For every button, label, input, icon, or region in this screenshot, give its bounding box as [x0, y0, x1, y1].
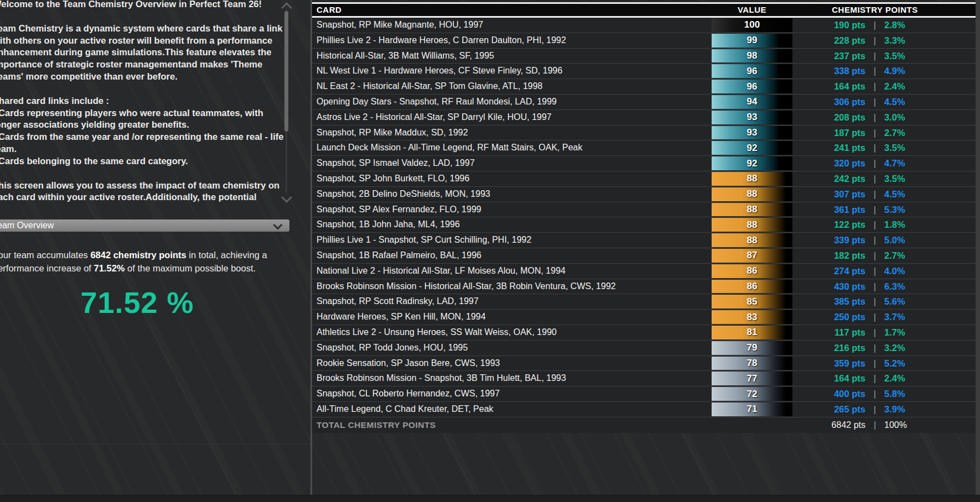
pipe-separator: | — [865, 417, 884, 433]
percent-value: 5.8% — [884, 386, 945, 401]
card-label: Brooks Robinson Mission - Historical All… — [317, 279, 616, 294]
table-row[interactable]: Brooks Robinson Mission - Historical All… — [312, 279, 976, 295]
right-edge-strip[interactable] — [976, 0, 980, 495]
points-value: 307 pts — [805, 187, 865, 202]
table-row[interactable]: National Live 2 - Historical All-Star, L… — [312, 264, 976, 279]
table-row[interactable]: Hardware Heroes, SP Ken Hill, MON, 19948… — [312, 310, 976, 325]
value-number: 87 — [747, 250, 758, 261]
value-number: 79 — [747, 342, 758, 353]
table-row[interactable]: Launch Deck Mission - All-Time Legend, R… — [312, 140, 976, 156]
table-row[interactable]: Brooks Robinson Mission - Snapshot, 3B T… — [312, 371, 976, 386]
points-value: 122 pts — [805, 217, 865, 232]
intro-paragraph: Team Chemistry is a dynamic system where… — [0, 23, 305, 83]
pipe-separator: | — [865, 386, 884, 401]
view-dropdown[interactable]: Team Overview — [0, 219, 289, 232]
value-bar: 86 — [712, 280, 792, 294]
table-row[interactable]: NL East 2 - Historical All-Star, SP Tom … — [312, 79, 976, 95]
left-panel-bottom-divider — [0, 444, 310, 445]
table-row[interactable]: Snapshot, RP Scott Radinsky, LAD, 199785… — [312, 294, 976, 310]
table-row[interactable]: Astros Live 2 - Historical All-Star, SP … — [312, 110, 976, 125]
table-row[interactable]: Rookie Sensation, SP Jason Bere, CWS, 19… — [312, 356, 976, 372]
value-bar: 93 — [712, 111, 792, 124]
total-points: 6842 pts | 100% — [805, 417, 945, 433]
summary-line-2: performance increase of 71.52% of the ma… — [0, 262, 310, 275]
table-row[interactable]: Athletics Live 2 - Unsung Heroes, SS Wal… — [312, 325, 976, 341]
table-row[interactable]: Phillies Live 1 - Snapshot, SP Curt Schi… — [312, 233, 976, 248]
chemistry-points-cell: 190 pts|2.8% — [805, 18, 945, 33]
chemistry-points-cell: 274 pts|4.0% — [805, 264, 945, 279]
value-number: 85 — [747, 296, 758, 307]
value-bar: 94 — [712, 95, 792, 109]
table-row[interactable]: Snapshot, 1B Rafael Palmeiro, BAL, 19968… — [312, 248, 976, 264]
value-bar: 78 — [712, 357, 792, 370]
percent-value: 5.2% — [884, 356, 945, 371]
value-number: 77 — [747, 373, 758, 384]
card-label: Hardware Heroes, SP Ken Hill, MON, 1994 — [317, 310, 486, 325]
chemistry-points-cell: 237 pts|3.5% — [805, 49, 945, 64]
pipe-separator: | — [865, 264, 884, 279]
chemistry-points-cell: 117 pts|1.7% — [805, 325, 945, 340]
value-number: 93 — [747, 127, 758, 138]
pipe-separator: | — [865, 140, 884, 155]
table-row[interactable]: Snapshot, CL Roberto Hernandez, CWS, 199… — [312, 386, 976, 402]
table-row[interactable]: Snapshot, 2B Delino DeShields, MON, 1993… — [312, 187, 976, 202]
percent-value: 2.7% — [884, 125, 945, 140]
intro-line: longer associations yielding greater ben… — [0, 119, 305, 131]
value-bar: 87 — [712, 249, 792, 263]
points-value: 241 pts — [805, 140, 865, 155]
value-number: 96 — [747, 66, 758, 77]
table-row[interactable]: Snapshot, RP Mike Maddux, SD, 199293187 … — [312, 125, 976, 141]
points-value: 338 pts — [805, 64, 865, 79]
table-row[interactable]: Snapshot, RP Mike Magnante, HOU, 1997100… — [312, 18, 976, 33]
points-value: 242 pts — [805, 171, 865, 186]
table-body: Snapshot, RP Mike Magnante, HOU, 1997100… — [312, 18, 976, 417]
points-value: 385 pts — [805, 294, 865, 309]
table-row[interactable]: All-Time Legend, C Chad Kreuter, DET, Pe… — [312, 402, 976, 417]
percent-value: 3.9% — [884, 402, 945, 417]
value-number: 88 — [747, 204, 758, 215]
percent-value: 4.9% — [884, 64, 945, 79]
pipe-separator: | — [865, 294, 884, 309]
intro-line: - Cards from the same year and /or repre… — [0, 131, 305, 143]
points-value: 164 pts — [805, 79, 865, 94]
card-label: Phillies Live 1 - Snapshot, SP Curt Schi… — [317, 233, 531, 248]
table-row[interactable]: Snapshot, 1B John Jaha, ML4, 199688122 p… — [312, 217, 976, 233]
value-bar: 85 — [712, 295, 792, 308]
value-bar: 88 — [712, 187, 792, 201]
card-label: NL West Live 1 - Hardware Heroes, CF Ste… — [317, 64, 562, 79]
percent-value: 2.7% — [884, 248, 945, 263]
table-row[interactable]: Snapshot, SP John Burkett, FLO, 19968824… — [312, 171, 976, 187]
intro-line: Team Chemistry is a dynamic system where… — [0, 23, 305, 35]
chemistry-points-cell: 242 pts|3.5% — [805, 171, 945, 186]
chemistry-points-cell: 241 pts|3.5% — [805, 140, 945, 155]
pipe-separator: | — [865, 341, 884, 355]
points-value: 182 pts — [805, 248, 865, 263]
points-value: 361 pts — [805, 202, 865, 217]
chemistry-points-cell: 208 pts|3.0% — [805, 110, 945, 125]
intro-scrollbar-thumb[interactable] — [284, 11, 288, 132]
pipe-separator: | — [865, 310, 884, 325]
intro-line: importance of strategic roster managemen… — [0, 59, 305, 71]
pipe-separator: | — [865, 202, 884, 217]
table-row[interactable]: Opening Day Stars - Snapshot, RF Raul Mo… — [312, 95, 976, 110]
table-row[interactable]: Snapshot, RP Todd Jones, HOU, 199579216 … — [312, 341, 976, 356]
value-number: 93 — [747, 112, 758, 123]
intro-line: This screen allows you to assess the imp… — [0, 180, 305, 192]
points-value: 359 pts — [805, 356, 865, 371]
table-row[interactable]: NL West Live 1 - Hardware Heroes, CF Ste… — [312, 64, 976, 79]
table-row[interactable]: Phillies Live 2 - Hardware Heroes, C Dar… — [312, 33, 976, 49]
card-label: Historical All-Star, 3B Matt Williams, S… — [317, 49, 494, 64]
chemistry-points-cell: 339 pts|5.0% — [805, 233, 945, 248]
chemistry-points-cell: 400 pts|5.8% — [805, 386, 945, 401]
table-row[interactable]: Historical All-Star, 3B Matt Williams, S… — [312, 49, 976, 64]
chemistry-points-cell: 187 pts|2.7% — [805, 125, 945, 140]
pipe-separator: | — [865, 125, 884, 140]
percent-value: 5.6% — [884, 294, 945, 309]
intro-line: Shared card links include : — [0, 95, 305, 107]
percent-value: 5.3% — [884, 202, 945, 217]
value-bar: 79 — [712, 341, 792, 355]
value-number: 88 — [747, 173, 758, 184]
table-row[interactable]: Snapshot, SP Alex Fernandez, FLO, 199988… — [312, 202, 976, 218]
percent-value: 3.5% — [884, 140, 945, 155]
table-row[interactable]: Snapshot, SP Ismael Valdez, LAD, 1997923… — [312, 156, 976, 171]
